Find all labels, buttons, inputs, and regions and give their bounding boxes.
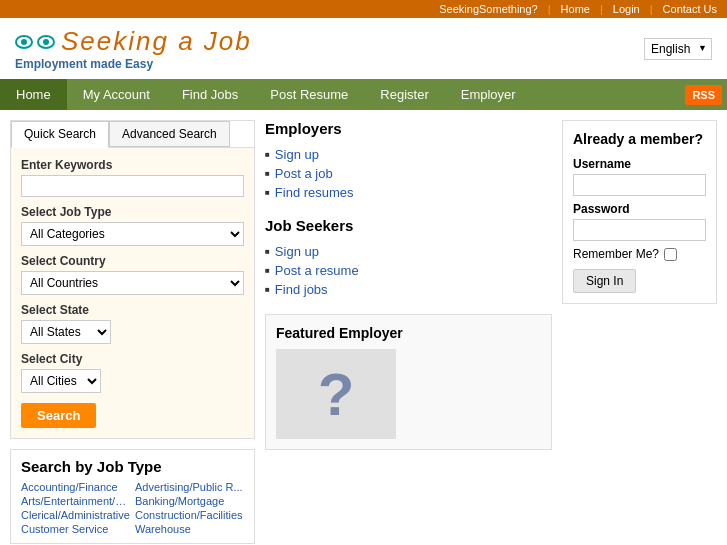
logo: Seeking a Job Employment made Easy <box>15 26 252 71</box>
top-contact-link[interactable]: Contact Us <box>663 3 717 15</box>
job-seekers-title: Job Seekers <box>265 217 552 234</box>
featured-image: ? <box>276 349 396 439</box>
main-nav: Home My Account Find Jobs Post Resume Re… <box>0 79 727 110</box>
employer-signup-item: Sign up <box>265 145 552 164</box>
search-form: Enter Keywords Select Job Type All Categ… <box>11 148 254 438</box>
quick-search-box: Quick Search Advanced Search Enter Keywo… <box>10 120 255 439</box>
top-login-link[interactable]: Login <box>613 3 640 15</box>
employers-section: Employers Sign up Post a job Find resume… <box>265 120 552 202</box>
keyword-label: Enter Keywords <box>21 158 244 172</box>
state-label: Select State <box>21 303 244 317</box>
job-type-arts[interactable]: Arts/Entertainment/P... <box>21 495 130 507</box>
nav-register[interactable]: Register <box>364 79 444 110</box>
header: Seeking a Job Employment made Easy Engli… <box>0 18 727 79</box>
username-label: Username <box>573 157 706 171</box>
search-tabs: Quick Search Advanced Search <box>11 121 254 148</box>
brand-text: SeekingSomething? <box>439 3 537 15</box>
job-type-label: Select Job Type <box>21 205 244 219</box>
eye-left-icon <box>15 35 33 49</box>
state-city-row: All States <box>21 320 244 344</box>
remember-checkbox[interactable] <box>664 248 677 261</box>
member-title: Already a member? <box>573 131 706 147</box>
tab-quick-search[interactable]: Quick Search <box>11 121 109 148</box>
country-select[interactable]: All Countries <box>21 271 244 295</box>
remember-label: Remember Me? <box>573 247 659 261</box>
language-selector[interactable]: English <box>644 38 712 60</box>
job-type-advertising[interactable]: Advertising/Public R... <box>135 481 244 493</box>
job-type-warehouse[interactable]: Warehouse <box>135 523 244 535</box>
job-type-grid: Accounting/Finance Advertising/Public R.… <box>21 481 244 535</box>
city-select[interactable]: All Cities <box>21 369 101 393</box>
employer-signup-link[interactable]: Sign up <box>275 147 319 162</box>
employer-find-link[interactable]: Find resumes <box>275 185 354 200</box>
job-type-clerical[interactable]: Clerical/Administrative <box>21 509 130 521</box>
state-select[interactable]: All States <box>21 320 111 344</box>
seeker-find-item: Find jobs <box>265 280 552 299</box>
password-input[interactable] <box>573 219 706 241</box>
seeker-signup-item: Sign up <box>265 242 552 261</box>
employers-title: Employers <box>265 120 552 137</box>
remember-row: Remember Me? <box>573 247 706 261</box>
language-dropdown[interactable]: English <box>644 38 712 60</box>
employer-find-item: Find resumes <box>265 183 552 202</box>
seeker-signup-link[interactable]: Sign up <box>275 244 319 259</box>
job-type-customer[interactable]: Customer Service <box>21 523 130 535</box>
nav-home[interactable]: Home <box>0 79 67 110</box>
city-label: Select City <box>21 352 244 366</box>
signin-button[interactable]: Sign In <box>573 269 636 293</box>
top-home-link[interactable]: Home <box>561 3 590 15</box>
job-type-select[interactable]: All Categories <box>21 222 244 246</box>
member-login-box: Already a member? Username Password Reme… <box>562 120 717 304</box>
job-type-construction[interactable]: Construction/Facilities <box>135 509 244 521</box>
main-content: Quick Search Advanced Search Enter Keywo… <box>0 110 727 545</box>
job-type-section: Search by Job Type Accounting/Finance Ad… <box>10 449 255 544</box>
city-row: All Cities <box>21 369 244 393</box>
featured-employer-box: Featured Employer ? <box>265 314 552 450</box>
eye-right-icon <box>37 35 55 49</box>
job-seekers-section: Job Seekers Sign up Post a resume Find j… <box>265 217 552 299</box>
employers-links: Sign up Post a job Find resumes <box>265 145 552 202</box>
logo-eyes <box>15 35 55 49</box>
question-mark-icon: ? <box>318 360 355 429</box>
password-label: Password <box>573 202 706 216</box>
nav-post-resume[interactable]: Post Resume <box>254 79 364 110</box>
middle-panel: Employers Sign up Post a job Find resume… <box>265 120 552 545</box>
job-seekers-links: Sign up Post a resume Find jobs <box>265 242 552 299</box>
country-label: Select Country <box>21 254 244 268</box>
featured-title: Featured Employer <box>276 325 541 341</box>
seeker-post-item: Post a resume <box>265 261 552 280</box>
username-input[interactable] <box>573 174 706 196</box>
search-button[interactable]: Search <box>21 403 96 428</box>
rss-icon[interactable]: RSS <box>685 85 722 105</box>
job-type-banking[interactable]: Banking/Mortgage <box>135 495 244 507</box>
logo-title: Seeking a Job <box>61 26 252 57</box>
seeker-find-link[interactable]: Find jobs <box>275 282 328 297</box>
left-panel: Quick Search Advanced Search Enter Keywo… <box>10 120 255 545</box>
right-panel: Already a member? Username Password Reme… <box>562 120 717 545</box>
seeker-post-link[interactable]: Post a resume <box>275 263 359 278</box>
top-bar: SeekingSomething? | Home | Login | Conta… <box>0 0 727 18</box>
nav-my-account[interactable]: My Account <box>67 79 166 110</box>
employer-post-link[interactable]: Post a job <box>275 166 333 181</box>
nav-find-jobs[interactable]: Find Jobs <box>166 79 254 110</box>
nav-employer[interactable]: Employer <box>445 79 532 110</box>
keyword-input[interactable] <box>21 175 244 197</box>
tab-advanced-search[interactable]: Advanced Search <box>109 121 230 147</box>
employer-post-item: Post a job <box>265 164 552 183</box>
job-type-title: Search by Job Type <box>21 458 244 475</box>
logo-tagline: Employment made Easy <box>15 57 252 71</box>
job-type-accounting[interactable]: Accounting/Finance <box>21 481 130 493</box>
